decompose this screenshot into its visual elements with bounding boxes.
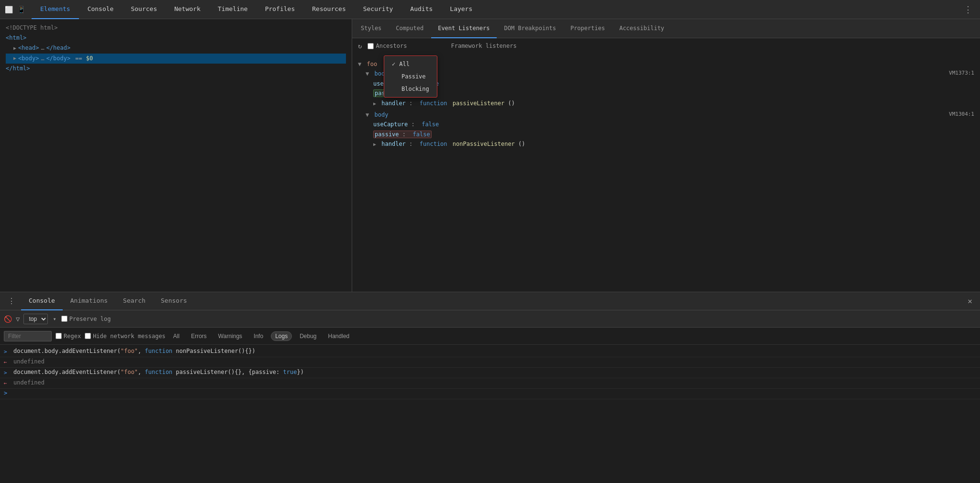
console-line-4[interactable]: ← undefined — [0, 378, 980, 389]
usecapture2-item[interactable]: useCapture : false — [358, 120, 974, 129]
handler2-colon: : — [409, 141, 416, 147]
tab-elements[interactable]: Elements — [32, 0, 79, 19]
btn-all[interactable]: All — [169, 332, 183, 340]
console-text-1: document.body.addEventListener("foo", fu… — [13, 348, 976, 354]
tab-styles[interactable]: Styles — [354, 19, 388, 38]
handler1-func-name: passiveListener — [453, 100, 504, 107]
refresh-icon[interactable]: ↻ — [358, 42, 362, 50]
usecapture2-key: useCapture — [373, 121, 408, 128]
handler2-key: handler — [381, 141, 406, 147]
body-expand[interactable]: ▶ — [13, 55, 16, 62]
more-icon[interactable]: ⋮ — [960, 4, 976, 14]
btn-debug[interactable]: Debug — [296, 332, 320, 340]
html-close-tag: </html> — [6, 64, 30, 73]
body2-item[interactable]: ▼ body VM1304:1 — [358, 110, 974, 120]
btn-warnings[interactable]: Warnings — [214, 332, 246, 340]
head-line[interactable]: ▶ <head>…</head> — [6, 43, 346, 53]
passive2-item[interactable]: passive : false — [358, 130, 974, 139]
console-tab-animations[interactable]: Animations — [63, 292, 115, 310]
preserve-log-checkbox[interactable] — [61, 316, 67, 322]
console-text-2: document.body.addEventListener("foo", fu… — [13, 369, 976, 375]
foo-item[interactable]: ▼ foo — [358, 59, 974, 69]
inspect-icon[interactable]: ⬜ — [4, 5, 13, 14]
arrow-out-2: ← — [4, 380, 10, 386]
ancestors-checkbox-label[interactable]: Ancestors — [368, 43, 407, 49]
preserve-log-text: Preserve log — [69, 316, 111, 322]
close-icon[interactable]: ✕ — [964, 296, 976, 306]
tab-resources[interactable]: Resources — [303, 0, 354, 19]
context-select[interactable]: top — [23, 314, 48, 324]
hide-network-label[interactable]: Hide network messages — [85, 333, 166, 340]
vm1304-link[interactable]: VM1304:1 — [949, 110, 974, 119]
console-prompt-line[interactable]: > — [0, 389, 980, 399]
filter-input[interactable] — [4, 331, 52, 341]
doctype-text: <!DOCTYPE html> — [6, 23, 57, 33]
console-line-3[interactable]: > document.body.addEventListener("foo", … — [0, 368, 980, 378]
console-filter-row: 🚫 ▽ top ▾ Preserve log — [0, 310, 980, 328]
tab-event-listeners[interactable]: Event Listeners — [431, 19, 496, 38]
console-tabs: ⋮ Console Animations Search Sensors ✕ — [0, 292, 980, 310]
ancestors-label: Ancestors — [376, 43, 407, 49]
regex-checkbox-label[interactable]: Regex — [56, 333, 81, 340]
filter-icon[interactable]: ▽ — [16, 315, 20, 323]
tab-accessibility[interactable]: Accessibility — [612, 19, 671, 38]
head-dots: … — [41, 44, 44, 53]
ancestors-checkbox[interactable] — [368, 43, 374, 49]
handler1-item[interactable]: ▶ handler : function passiveListener () — [358, 99, 974, 108]
tab-computed[interactable]: Computed — [389, 19, 430, 38]
handler2-item[interactable]: ▶ handler : function nonPassiveListener … — [358, 139, 974, 149]
right-tabs: Styles Computed Event Listeners DOM Brea… — [352, 19, 980, 38]
handler2-func-kw: function — [420, 141, 447, 147]
btn-logs[interactable]: Logs — [271, 331, 292, 341]
usecapture2-val: false — [422, 121, 439, 128]
console-line-2[interactable]: ← undefined — [0, 357, 980, 368]
body-dots: … — [41, 54, 44, 63]
html-doctype-line[interactable]: <!DOCTYPE html> — [6, 23, 346, 33]
preserve-log-label[interactable]: Preserve log — [61, 316, 111, 322]
dropdown-passive[interactable]: Passive — [384, 70, 437, 83]
tab-dom-breakpoints[interactable]: DOM Breakpoints — [498, 19, 563, 38]
body-dollar: $0 — [86, 54, 93, 63]
body-close: </body> — [46, 54, 71, 63]
btn-handled[interactable]: Handled — [324, 332, 354, 340]
passive2-key: passive — [375, 131, 399, 138]
passive2-colon: : — [402, 131, 409, 138]
console-tab-console[interactable]: Console — [21, 292, 63, 310]
right-panel: Styles Computed Event Listeners DOM Brea… — [352, 19, 980, 483]
dropdown-all[interactable]: All — [384, 58, 437, 70]
tab-network[interactable]: Network — [166, 0, 209, 19]
btn-info[interactable]: Info — [250, 332, 267, 340]
regex-checkbox[interactable] — [56, 333, 62, 339]
tab-sources[interactable]: Sources — [122, 0, 166, 19]
tab-layers[interactable]: Layers — [441, 0, 481, 19]
body1-item[interactable]: ▼ body VM1373:1 — [358, 69, 974, 78]
tab-audits[interactable]: Audits — [401, 0, 441, 19]
dropdown-blocking[interactable]: Blocking — [384, 83, 437, 95]
prompt-arrow: > — [4, 390, 10, 396]
console-line-1[interactable]: > document.body.addEventListener("foo", … — [0, 347, 980, 357]
body-equals: == — [75, 54, 82, 63]
html-close-line[interactable]: </html> — [6, 64, 346, 74]
tab-profiles[interactable]: Profiles — [256, 0, 304, 19]
handler2-parens: () — [518, 141, 525, 147]
btn-errors[interactable]: Errors — [187, 332, 211, 340]
usecapture1-item[interactable]: useCapture : false — [358, 79, 974, 88]
device-icon[interactable]: 📱 — [16, 5, 26, 14]
framework-listeners-label[interactable]: Framework listeners — [451, 43, 516, 49]
head-expand[interactable]: ▶ — [13, 44, 16, 52]
body-line[interactable]: ▶ <body>…</body>==$0 — [6, 54, 346, 64]
hide-network-checkbox[interactable] — [85, 333, 91, 339]
tab-timeline[interactable]: Timeline — [209, 0, 256, 19]
event-tree: ▼ foo ▼ body VM1373:1 useCapture : false — [358, 59, 974, 149]
context-arrow: ▾ — [53, 316, 56, 322]
html-open-line[interactable]: <html> — [6, 33, 346, 43]
vm1373-link[interactable]: VM1373:1 — [949, 69, 974, 78]
tab-security[interactable]: Security — [355, 0, 402, 19]
console-tab-search[interactable]: Search — [115, 292, 153, 310]
tab-properties[interactable]: Properties — [564, 19, 612, 38]
console-tab-sensors[interactable]: Sensors — [153, 292, 195, 310]
tab-console[interactable]: Console — [79, 0, 122, 19]
console-menu-icon[interactable]: ⋮ — [4, 296, 19, 306]
passive1-item[interactable]: passive : true — [358, 88, 974, 98]
stop-icon[interactable]: 🚫 — [4, 315, 12, 323]
